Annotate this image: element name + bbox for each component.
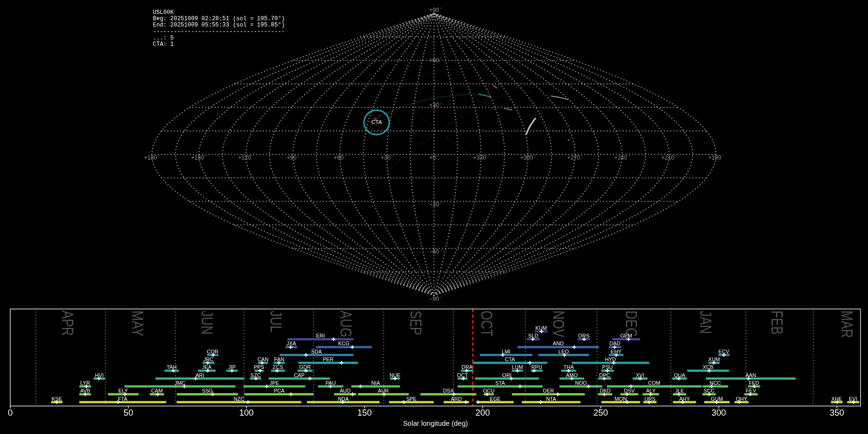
svg-text:250: 250: [594, 408, 608, 418]
svg-text:SEP: SEP: [407, 311, 425, 335]
svg-text:LEO: LEO: [558, 349, 569, 354]
svg-text:ZCS: ZCS: [273, 364, 284, 370]
svg-text:------------------------------: --------------------------------------: [153, 28, 285, 35]
svg-text:CAN: CAN: [258, 356, 269, 362]
svg-text:DPC: DPC: [599, 372, 610, 378]
svg-text:ELY: ELY: [119, 388, 128, 393]
svg-text:JRC: JRC: [203, 356, 214, 362]
svg-text:200: 200: [475, 408, 490, 418]
svg-text:SPE: SPE: [406, 396, 417, 402]
svg-text:SLD: SLD: [528, 333, 538, 339]
svg-text:GUM: GUM: [711, 396, 723, 402]
svg-text:NCC: NCC: [710, 380, 721, 386]
svg-text:ARI: ARI: [195, 372, 204, 378]
svg-text:JAN: JAN: [697, 311, 715, 334]
svg-text:ALY: ALY: [646, 388, 656, 393]
svg-text:MAY: MAY: [129, 311, 147, 337]
svg-text:OCT: OCT: [478, 311, 496, 337]
svg-text:AUG: AUG: [338, 311, 355, 337]
svg-text:FTA: FTA: [118, 396, 128, 402]
svg-text:NZC: NZC: [233, 396, 244, 402]
svg-text:ERI: ERI: [316, 333, 325, 339]
svg-text:COM: COM: [648, 380, 660, 386]
svg-text:Solar longitude (deg): Solar longitude (deg): [403, 420, 468, 427]
svg-text:AUR: AUR: [378, 388, 389, 393]
svg-text:STA: STA: [495, 380, 505, 386]
svg-text:DSV: DSV: [624, 388, 635, 393]
svg-text:SZC: SZC: [250, 372, 261, 378]
svg-text:PCA: PCA: [274, 388, 285, 393]
svg-text:150: 150: [357, 408, 372, 418]
svg-text:300: 300: [712, 408, 726, 418]
svg-text:LMI: LMI: [502, 349, 511, 354]
svg-text:ORI: ORI: [502, 372, 512, 378]
svg-text:AHY: AHY: [679, 396, 690, 402]
svg-text:CTA: 1: CTA: 1: [153, 41, 174, 48]
svg-text:CAM: CAM: [151, 388, 163, 393]
svg-text:OCU: OCU: [483, 388, 495, 393]
svg-text:AUD: AUD: [339, 388, 351, 393]
svg-text:XUM: XUM: [708, 356, 720, 362]
svg-text:TAH: TAH: [167, 364, 177, 370]
svg-text:JXA: JXA: [286, 340, 297, 346]
svg-text:FED: FED: [749, 380, 760, 386]
svg-text:FAN: FAN: [274, 356, 285, 362]
svg-text:DAD: DAD: [610, 340, 621, 346]
svg-text:LYR: LYR: [80, 380, 90, 386]
svg-text:PAU: PAU: [326, 380, 336, 386]
svg-text:JPE: JPE: [270, 380, 279, 386]
svg-text:JLE: JLE: [675, 388, 684, 393]
svg-text:XCB: XCB: [703, 364, 713, 370]
svg-text:FEB: FEB: [769, 311, 787, 335]
svg-text:NOV: NOV: [550, 311, 568, 338]
svg-text:AVB: AVB: [80, 388, 90, 393]
svg-text:SCC: SCC: [704, 388, 715, 393]
svg-text:0: 0: [8, 408, 13, 418]
svg-text:JUL: JUL: [268, 311, 285, 332]
svg-text:350: 350: [829, 408, 844, 418]
svg-text:ARD: ARD: [451, 396, 462, 402]
svg-text:FEV: FEV: [746, 388, 757, 393]
svg-text:NOO: NOO: [575, 380, 587, 386]
svg-text:HVI: HVI: [95, 372, 104, 378]
svg-text:JMC: JMC: [175, 380, 185, 386]
svg-text:OCT: OCT: [457, 372, 468, 378]
svg-text:APR: APR: [59, 311, 77, 336]
svg-text:NDA: NDA: [338, 396, 350, 402]
svg-text:DKD: DKD: [600, 388, 611, 393]
svg-text:HYD: HYD: [605, 356, 616, 362]
svg-text:End: 20251009 05:55:33 (sol =: End: 20251009 05:55:33 (sol = 195.85°): [153, 22, 285, 28]
svg-text:QUA: QUA: [674, 372, 685, 378]
svg-text:Beg: 20251009 02:28:51 (sol =: Beg: 20251009 02:28:51 (sol = 195.70°): [153, 15, 285, 22]
svg-text:PSU: PSU: [602, 364, 613, 370]
svg-text:KCG: KCG: [339, 340, 350, 346]
svg-text:CTA: CTA: [505, 356, 515, 362]
svg-text:DRA: DRA: [461, 364, 473, 370]
svg-text:AMO: AMO: [566, 372, 578, 378]
svg-text:EHY: EHY: [611, 349, 622, 354]
svg-text:MAR: MAR: [839, 311, 856, 338]
svg-text:100: 100: [239, 408, 254, 418]
svg-text:NUE: NUE: [390, 372, 401, 378]
svg-text:LUM: LUM: [512, 364, 523, 370]
svg-text:XHE: XHE: [831, 396, 842, 402]
svg-text:DSX: DSX: [443, 388, 454, 393]
svg-text:JIP: JIP: [228, 364, 236, 370]
svg-text:XVI: XVI: [636, 372, 644, 378]
svg-text:JUN: JUN: [199, 311, 217, 335]
svg-text:KSE: KSE: [52, 396, 62, 402]
svg-text:SDA: SDA: [311, 349, 322, 354]
svg-text:ORS: ORS: [578, 333, 589, 339]
svg-text:PER: PER: [323, 356, 333, 362]
svg-text:MON: MON: [615, 396, 627, 402]
svg-text:CTA: CTA: [371, 119, 382, 125]
svg-text:PPS: PPS: [254, 364, 264, 370]
svg-text:ECV: ECV: [719, 349, 730, 354]
svg-text:NTA: NTA: [546, 396, 557, 402]
svg-text:RPU: RPU: [531, 364, 542, 370]
svg-text:THA: THA: [563, 364, 574, 370]
svg-text:AND: AND: [553, 340, 564, 346]
svg-text:EGE: EGE: [489, 396, 501, 402]
svg-text:COR: COR: [207, 349, 218, 354]
svg-text:KUM: KUM: [535, 325, 547, 331]
